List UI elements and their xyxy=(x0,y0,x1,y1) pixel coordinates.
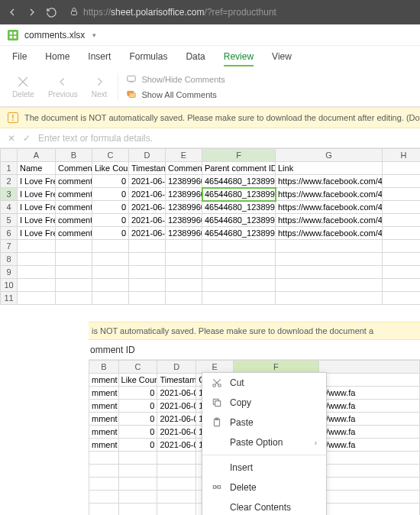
warning-bar: ! The document is NOT automatically save… xyxy=(0,107,420,128)
browser-toolbar: https://sheet.polarisoffice.com/?ref=pro… xyxy=(0,0,420,24)
table-row: 9 xyxy=(1,266,421,279)
svg-rect-2 xyxy=(10,31,13,34)
selected-cell[interactable]: 46544680_12389965 xyxy=(202,188,276,201)
show-hide-label: Show/Hide Comments xyxy=(141,75,225,84)
table-row: 4I Love Frecomment02021-06-0123899604654… xyxy=(1,201,421,214)
formula-input[interactable]: Enter text or formula details. xyxy=(38,133,412,144)
ctx-insert[interactable]: Insert xyxy=(202,458,326,478)
table-row: 6I Love Frecomment02021-06-0123899604654… xyxy=(1,227,421,240)
menu-data[interactable]: Data xyxy=(186,51,205,62)
menu-review[interactable]: Review xyxy=(224,51,254,62)
menu-bar: File Home Insert Formulas Data Review Vi… xyxy=(0,46,420,67)
col-header[interactable]: C xyxy=(92,149,129,162)
cut-icon xyxy=(212,377,222,388)
table-row: 7 xyxy=(1,240,421,253)
confirm-icon[interactable]: ✓ xyxy=(23,133,31,144)
file-name: comments.xlsx xyxy=(24,30,85,40)
chevron-right-icon: › xyxy=(315,439,317,447)
back-icon[interactable] xyxy=(6,6,18,18)
warning-text: The document is NOT automatically saved.… xyxy=(24,113,420,122)
table-row: 2I Love Frecomment02021-06-0123899604654… xyxy=(1,175,421,188)
svg-rect-15 xyxy=(218,486,221,489)
menu-home[interactable]: Home xyxy=(45,51,69,62)
warning-icon: ! xyxy=(8,112,18,123)
previous-label: Previous xyxy=(48,90,78,99)
show-hide-comments-button: Show/Hide Comments xyxy=(126,74,225,85)
col-header[interactable]: E xyxy=(166,149,202,162)
col-header[interactable]: G xyxy=(276,149,383,162)
svg-rect-8 xyxy=(129,92,135,97)
svg-rect-3 xyxy=(14,31,17,34)
ctx-clear-contents[interactable]: Clear Contents xyxy=(202,497,326,515)
cancel-icon[interactable]: ✕ xyxy=(8,133,15,144)
chevron-down-icon[interactable]: ▾ xyxy=(92,31,96,39)
show-all-comments-button[interactable]: Show All Comments xyxy=(126,89,225,100)
svg-rect-5 xyxy=(14,35,17,38)
table-row: 11 xyxy=(1,292,421,305)
url-bar[interactable]: https://sheet.polarisoffice.com/?ref=pro… xyxy=(65,5,414,19)
paste-icon xyxy=(212,417,222,428)
ctx-delete[interactable]: Delete xyxy=(202,478,326,497)
menu-view[interactable]: View xyxy=(272,51,292,62)
select-all-corner[interactable] xyxy=(1,149,18,162)
svg-rect-14 xyxy=(213,486,216,489)
svg-rect-0 xyxy=(72,11,77,15)
column-header-row: A B C D E F G H xyxy=(1,149,421,162)
delete-icon xyxy=(212,482,222,493)
header-row: 1 Name Comment Like Coun Timestam Commen… xyxy=(1,162,421,175)
formula-bar: ✕ ✓ Enter text or formula details. xyxy=(0,128,420,148)
row-header[interactable]: 1 xyxy=(1,162,18,175)
menu-file[interactable]: File xyxy=(12,51,27,62)
next-comment-button: Next xyxy=(86,72,114,102)
app-bar: comments.xlsx ▾ xyxy=(0,24,420,46)
forward-icon[interactable] xyxy=(26,6,38,18)
col-header[interactable]: B xyxy=(56,149,92,162)
svg-rect-11 xyxy=(215,401,221,406)
menu-separator xyxy=(202,455,326,455)
col-header[interactable]: H xyxy=(383,149,421,162)
spreadsheet[interactable]: A B C D E F G H 1 Name Comment Like Coun… xyxy=(0,148,420,305)
svg-point-9 xyxy=(213,384,216,387)
polaris-logo-icon xyxy=(8,30,18,40)
menu-insert[interactable]: Insert xyxy=(88,51,111,62)
warning-bar-fragment: is NOT automatically saved. Please make … xyxy=(89,322,420,340)
next-label: Next xyxy=(92,90,108,99)
secondary-view: is NOT automatically saved. Please make … xyxy=(89,322,420,515)
copy-icon xyxy=(212,397,222,408)
svg-rect-6 xyxy=(128,76,136,81)
table-row: 10 xyxy=(1,279,421,292)
ctx-paste-option[interactable]: Paste Option› xyxy=(202,432,326,452)
svg-rect-4 xyxy=(10,35,13,38)
formula-bar-fragment[interactable]: omment ID xyxy=(89,340,420,360)
ctx-copy[interactable]: Copy xyxy=(202,393,326,413)
table-row: 3I Love Frecomment02021-06-0123899604654… xyxy=(1,188,421,201)
show-all-label: Show All Comments xyxy=(141,90,216,99)
col-header[interactable]: A xyxy=(18,149,56,162)
url-text: https://sheet.polarisoffice.com/?ref=pro… xyxy=(83,7,276,18)
lock-icon xyxy=(69,5,79,19)
svg-rect-1 xyxy=(8,30,18,40)
table-row: 8 xyxy=(1,253,421,266)
ctx-paste[interactable]: Paste xyxy=(202,413,326,432)
refresh-icon[interactable] xyxy=(46,7,57,18)
col-header[interactable]: D xyxy=(129,149,166,162)
ctx-cut[interactable]: Cut xyxy=(202,373,326,393)
svg-point-10 xyxy=(218,384,221,387)
column-header-row: B C D E F xyxy=(89,361,420,374)
previous-comment-button: Previous xyxy=(42,72,84,102)
delete-label: Delete xyxy=(12,90,34,99)
context-menu: Cut Copy Paste Paste Option› Insert Dele… xyxy=(202,372,327,515)
table-row: 5I Love Frecomment02021-06-0123899604654… xyxy=(1,214,421,227)
menu-formulas[interactable]: Formulas xyxy=(129,51,167,62)
toolbar-separator xyxy=(118,73,118,101)
col-header[interactable]: F xyxy=(202,149,276,162)
delete-comment-button: Delete xyxy=(6,72,40,102)
review-toolbar: Delete Previous Next Show/Hide Comments … xyxy=(0,67,420,107)
